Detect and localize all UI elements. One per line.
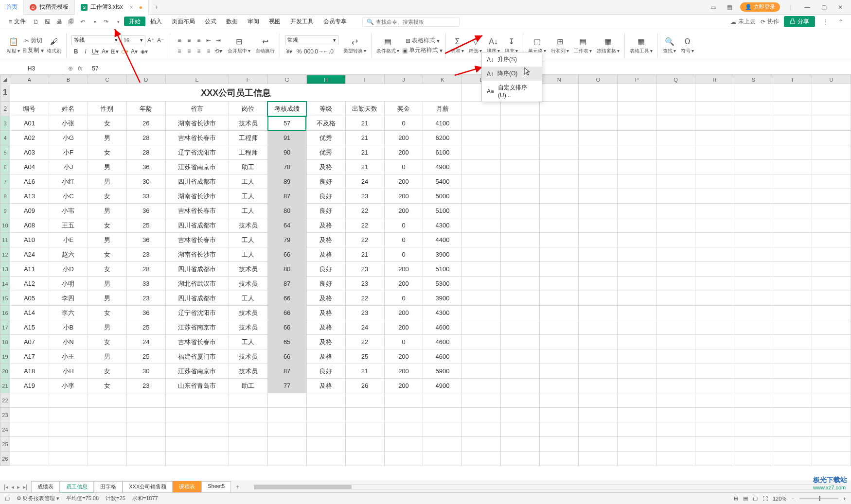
cell[interactable]: 技术员 [229,262,267,277]
cell[interactable]: 小N [49,335,88,349]
cell[interactable]: 助工 [229,160,267,174]
window-maximize[interactable]: ▢ [818,1,830,13]
cloud-status[interactable]: ☁未上云 [730,17,756,26]
cell[interactable]: 湖北省武汉市 [165,277,229,291]
undo-dropdown[interactable] [89,17,100,27]
cell[interactable]: 及格 [306,218,345,233]
dec-decimal-icon[interactable]: ←.0 [324,47,333,56]
title-cell[interactable]: XXX公司员工信息 [10,84,461,102]
view-normal-icon[interactable]: ⊞ [734,495,738,502]
menu-tab-6[interactable]: 视图 [264,17,285,26]
sort-asc-item[interactable]: A↓升序(S) [482,52,542,67]
cell[interactable]: 男 [88,131,126,145]
indent-dec-icon[interactable]: ⇤ [204,36,213,45]
cell[interactable] [773,84,812,102]
cell[interactable]: 6100 [423,145,462,160]
col-header-J[interactable]: J [384,75,423,84]
cell[interactable]: A04 [10,160,49,174]
percent-icon[interactable]: % [295,47,303,56]
search-input[interactable] [376,19,455,25]
cell[interactable]: 23 [345,277,384,291]
sheet-tab-4[interactable]: 课程表 [173,481,201,493]
cond-format-button[interactable]: ▤条件格式▾ [374,36,401,55]
tab-home[interactable]: 首页 [0,0,24,15]
cell[interactable]: 33 [126,277,165,291]
cell[interactable]: 200 [384,320,423,335]
row-header-16[interactable]: 16 [0,306,10,320]
cell[interactable]: A09 [10,204,49,218]
cancel-formula-icon[interactable]: ⊕ [68,65,73,72]
format-painter-button[interactable]: 🖌格式刷 [45,36,63,55]
window-minimize[interactable]: — [801,1,813,13]
align-justify-icon[interactable]: ≡ [204,47,213,55]
cell[interactable]: 辽宁省沈阳市 [165,145,229,160]
cell[interactable]: 200 [384,204,423,218]
tab-close-icon[interactable]: × [130,4,133,11]
cell[interactable]: 及格 [306,291,345,306]
cell[interactable]: A24 [10,247,49,262]
row-header-20[interactable]: 20 [0,364,10,379]
cell[interactable] [579,84,618,102]
cell[interactable]: A05 [10,291,49,306]
cell[interactable]: 技术员 [229,218,267,233]
cell[interactable]: 小明 [49,277,88,291]
cell[interactable]: 四川省成都市 [165,174,229,189]
cell[interactable]: 江苏省南京市 [165,160,229,174]
col-header-N[interactable]: N [540,75,579,84]
cell[interactable] [812,84,851,102]
cell[interactable]: 26 [126,116,165,131]
cell[interactable]: 21 [345,116,384,131]
cell[interactable]: 工人 [229,174,267,189]
row-header-25[interactable]: 25 [0,437,10,452]
cell[interactable]: 30 [126,174,165,189]
cell[interactable]: 89 [267,174,306,189]
menu-tab-8[interactable]: 会员专享 [319,17,352,26]
cell[interactable]: 22 [345,291,384,306]
border-button[interactable]: ⊞▾ [110,47,119,56]
cell[interactable] [695,84,734,102]
cell[interactable] [618,84,656,102]
cell[interactable]: 36 [126,160,165,174]
search-box[interactable]: 🔍 [362,17,460,27]
col-header-K[interactable]: K [423,75,462,84]
row-header-26[interactable]: 26 [0,452,10,466]
header-cell[interactable]: 姓名 [49,102,88,116]
col-header-F[interactable]: F [229,75,267,84]
header-cell[interactable]: 编号 [10,102,49,116]
fill-color-button[interactable]: ◇▾ [120,47,129,56]
col-header-I[interactable]: I [345,75,384,84]
cell[interactable]: 66 [267,306,306,320]
cell[interactable]: 3900 [423,247,462,262]
cell[interactable]: 湖南省长沙市 [165,116,229,131]
header-cell[interactable]: 奖金 [384,102,423,116]
header-cell[interactable]: 出勤天数 [345,102,384,116]
cell[interactable]: 四川省成都市 [165,262,229,277]
cell[interactable]: A18 [10,364,49,379]
save-icon[interactable]: 🖫 [42,17,53,27]
col-header-D[interactable]: D [126,75,165,84]
cell[interactable]: A10 [10,233,49,247]
cell[interactable]: 5100 [423,262,462,277]
decrease-font-icon[interactable]: A⁻ [156,36,165,45]
header-cell[interactable]: 月薪 [423,102,462,116]
cell[interactable]: 80 [267,204,306,218]
cell[interactable]: 男 [88,320,126,335]
row-header-17[interactable]: 17 [0,320,10,335]
cell[interactable]: 技术员 [229,116,267,131]
cell[interactable]: 90 [267,145,306,160]
row-header-8[interactable]: 8 [0,189,10,204]
cell[interactable]: 男 [88,291,126,306]
formula-input[interactable]: 57 [87,65,851,72]
sheet-nav-next[interactable]: ▸ [17,484,20,490]
cell[interactable]: A12 [10,277,49,291]
cell[interactable]: A11 [10,262,49,277]
row-header-5[interactable]: 5 [0,145,10,160]
cell[interactable]: 技术员 [229,277,267,291]
cell[interactable]: 200 [384,364,423,379]
cell[interactable]: 小F [49,145,88,160]
cell[interactable]: 女 [88,218,126,233]
spreadsheet[interactable]: ◢ABCDEFGHIJKLMNOPQRSTU1XXX公司员工信息2编号姓名性别年… [0,75,851,466]
align-left-icon[interactable]: ≡ [175,47,184,55]
header-cell[interactable]: 性别 [88,102,126,116]
row-header-6[interactable]: 6 [0,160,10,174]
